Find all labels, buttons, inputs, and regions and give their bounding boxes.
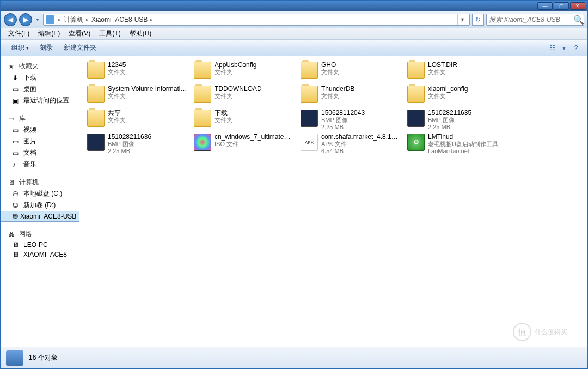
file-type: BMP 图像 — [108, 141, 151, 148]
file-item[interactable]: System Volume Information 文件夹 — [85, 83, 189, 106]
file-item[interactable]: cn_windows_7_ultimate_x86_dvd_x15-65907 … — [192, 131, 296, 154]
tree-icon: ⛃ — [13, 213, 18, 220]
address-bar[interactable]: ▸ 计算机 ▸ Xiaomi_ACE8-USB ▸ ▼ — [43, 14, 470, 26]
tree-icon: ▣ — [13, 97, 21, 105]
sidebar-group-head[interactable]: 🖥计算机 — [1, 177, 79, 188]
group-icon: ★ — [8, 63, 17, 70]
file-item[interactable]: 151028211636 BMP 图像 2.25 MB — [85, 131, 189, 154]
breadcrumb-segment[interactable]: 计算机 — [63, 15, 84, 25]
menu-bar: 文件(F) 编辑(E) 查看(V) 工具(T) 帮助(H) — [1, 28, 587, 40]
file-item[interactable]: LOST.DIR 文件夹 — [405, 59, 510, 82]
sidebar-item[interactable]: 🖥LEO-PC — [1, 240, 79, 250]
folder-icon — [194, 86, 211, 103]
burn-button[interactable]: 刻录 — [34, 43, 58, 52]
nav-bar: ◀ ▶ ▾ ▸ 计算机 ▸ Xiaomi_ACE8-USB ▸ ▼ ↻ 🔍 — [1, 11, 587, 28]
menu-help[interactable]: 帮助(H) — [125, 29, 156, 38]
address-dropdown[interactable]: ▼ — [457, 14, 467, 25]
folder-icon — [87, 86, 105, 103]
file-name: System Volume Information — [108, 86, 187, 93]
drive-icon — [6, 350, 23, 366]
file-list-pane[interactable]: 12345 文件夹 AppUsbConfig 文件夹 GHO 文件夹 LOST.… — [79, 56, 587, 347]
sidebar-item[interactable]: ⛁新加卷 (D:) — [1, 199, 79, 211]
file-item[interactable]: 151028211635 BMP 图像 2.25 MB — [405, 107, 510, 130]
sidebar-group-head[interactable]: ▭库 — [1, 113, 79, 124]
sidebar-item-label: Xiaomi_ACE8-USB — [20, 213, 76, 220]
menu-tools[interactable]: 工具(T) — [95, 29, 125, 38]
search-icon[interactable]: 🔍 — [573, 15, 584, 25]
file-name: ThunderDB — [321, 86, 354, 93]
tree-icon: 🖥 — [13, 241, 21, 249]
file-name: cn_windows_7_ultimate_x86_dvd_x15-65907 — [215, 134, 294, 141]
search-input[interactable] — [487, 16, 573, 23]
refresh-button[interactable]: ↻ — [472, 14, 484, 26]
file-type: 文件夹 — [108, 69, 126, 76]
file-type: 文件夹 — [428, 93, 468, 100]
search-box[interactable]: 🔍 — [486, 14, 584, 26]
tree-icon: ⛁ — [13, 202, 21, 209]
nav-history-dropdown[interactable]: ▾ — [34, 14, 41, 25]
breadcrumb-segment[interactable]: Xiaomi_ACE8-USB — [90, 16, 149, 23]
folder-icon — [407, 86, 425, 103]
maximize-button[interactable]: ▢ — [554, 2, 569, 10]
sidebar-item[interactable]: ▭视频 — [1, 124, 79, 136]
folder-icon — [301, 86, 318, 103]
menu-file[interactable]: 文件(F) — [4, 29, 34, 38]
file-item[interactable]: ThunderDB 文件夹 — [298, 83, 403, 106]
view-mode-button[interactable]: ☷ — [546, 43, 558, 53]
file-size: 2.25 MB — [321, 124, 365, 131]
organize-button[interactable]: 组织 — [6, 43, 34, 52]
file-item[interactable]: 150628112043 BMP 图像 2.25 MB — [298, 107, 403, 130]
file-type: 文件夹 — [215, 69, 256, 76]
file-item[interactable]: GHO 文件夹 — [298, 59, 403, 82]
title-bar: — ▢ ✕ — [1, 1, 587, 11]
help-button[interactable]: ? — [570, 43, 582, 53]
file-item[interactable]: ⚙ LMTinud 老毛桃捆U盘启动制作工具 LaoMaoTao.net — [405, 131, 510, 154]
file-item[interactable]: xiaomi_config 文件夹 — [405, 83, 510, 106]
sidebar-item[interactable]: ⬇下载 — [1, 72, 79, 83]
file-name: com.shafa.market_4.8.1_webapp — [321, 134, 401, 141]
view-mode-dropdown[interactable]: ▾ — [558, 43, 570, 53]
folder-icon — [194, 62, 211, 79]
chevron-icon[interactable]: ▸ — [149, 17, 155, 22]
sidebar-item[interactable]: ▭文档 — [1, 147, 79, 159]
image-icon — [87, 134, 105, 151]
file-item[interactable]: 下载 文件夹 — [192, 107, 296, 130]
file-item[interactable]: 12345 文件夹 — [85, 59, 189, 82]
explorer-window: — ▢ ✕ ◀ ▶ ▾ ▸ 计算机 ▸ Xiaomi_ACE8-USB ▸ ▼ … — [0, 0, 588, 369]
menu-edit[interactable]: 编辑(E) — [34, 29, 64, 38]
sidebar-item[interactable]: ▭图片 — [1, 136, 79, 147]
forward-button[interactable]: ▶ — [19, 13, 32, 26]
file-item[interactable]: APK com.shafa.market_4.8.1_webapp APK 文件… — [298, 131, 403, 154]
sidebar-item[interactable]: ♪音乐 — [1, 159, 79, 170]
close-button[interactable]: ✕ — [570, 2, 585, 10]
watermark: 值 什么值得买 — [513, 321, 578, 343]
back-button[interactable]: ◀ — [4, 13, 17, 26]
sidebar-group-head[interactable]: ★收藏夹 — [1, 61, 79, 72]
file-item[interactable]: AppUsbConfig 文件夹 — [192, 59, 296, 82]
file-name: 下载 — [215, 110, 232, 117]
tree-icon: ▭ — [13, 126, 21, 134]
sidebar-item-label: 视频 — [23, 125, 36, 135]
menu-view[interactable]: 查看(V) — [64, 29, 95, 38]
file-type: APK 文件 — [321, 141, 401, 148]
chevron-icon[interactable]: ▸ — [84, 17, 90, 22]
sidebar-item[interactable]: ⛃Xiaomi_ACE8-USB — [1, 211, 79, 222]
sidebar-item[interactable]: ▣最近访问的位置 — [1, 95, 79, 106]
command-bar: 组织 刻录 新建文件夹 ☷ ▾ ? — [1, 40, 587, 56]
new-folder-button[interactable]: 新建文件夹 — [58, 43, 102, 52]
file-name: 共享 — [108, 110, 126, 117]
file-item[interactable]: 共享 文件夹 — [85, 107, 189, 130]
sidebar-item[interactable]: ⛁本地磁盘 (C:) — [1, 188, 79, 199]
sidebar-group-head[interactable]: 🖧网络 — [1, 228, 79, 240]
sidebar-item[interactable]: ▭桌面 — [1, 83, 79, 95]
sidebar-item-label: 下载 — [23, 73, 36, 82]
sidebar-item[interactable]: 🖥XIAOMI_ACE8 — [1, 250, 79, 259]
sidebar-item-label: 图片 — [23, 137, 36, 146]
chevron-icon[interactable]: ▸ — [57, 17, 63, 22]
file-name: LMTinud — [428, 134, 498, 141]
file-item[interactable]: TDDOWNLOAD 文件夹 — [192, 83, 296, 106]
group-icon: 🖧 — [8, 231, 17, 238]
sidebar-item-label: 音乐 — [23, 160, 36, 169]
file-type: 老毛桃捆U盘启动制作工具 — [428, 141, 498, 148]
minimize-button[interactable]: — — [537, 2, 553, 10]
